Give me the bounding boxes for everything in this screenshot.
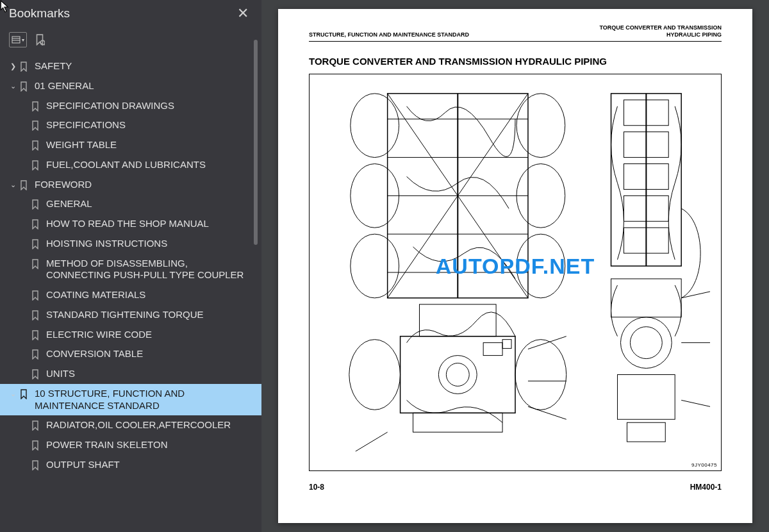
svg-rect-29 [502,339,511,348]
svg-line-20 [458,195,528,297]
bookmark-label: COATING MATERIALS [46,289,252,301]
bookmark-node[interactable]: ⌄FOREWORD [0,175,261,195]
bookmarks-title: Bookmarks [9,6,70,21]
document-page: TORQUE CONVERTER AND TRANSMISSION STRUCT… [278,9,752,523]
bookmark-label: FUEL,COOLANT AND LUBRICANTS [46,159,252,171]
svg-point-23 [515,339,566,410]
bookmark-node[interactable]: WEIGHT TABLE [0,135,261,155]
page-number: 10-8 [309,483,324,492]
bookmark-node[interactable]: HOISTING INSTRUCTIONS [0,234,261,254]
bookmark-node[interactable]: COATING MATERIALS [0,285,261,305]
bookmark-label: SAFETY [35,60,252,72]
bookmark-node[interactable]: STANDARD TIGHTENING TORQUE [0,305,261,325]
svg-point-22 [349,339,401,410]
bookmark-label: UNITS [46,368,252,380]
bookmark-node[interactable]: POWER TRAIN SKELETON [0,435,261,455]
bookmark-node[interactable]: SPECIFICATION DRAWINGS [0,96,261,116]
scrollbar-thumb[interactable] [254,40,258,245]
close-icon[interactable]: ✕ [233,4,252,23]
bookmark-node[interactable]: ⌄10 STRUCTURE, FUNCTION AND MAINTENANCE … [0,384,261,416]
caret-icon[interactable]: ⌄ [8,181,18,190]
page-header: TORQUE CONVERTER AND TRANSMISSION STRUCT… [309,24,722,42]
svg-point-6 [351,93,399,157]
header-left: STRUCTURE, FUNCTION AND MAINTENANCE STAN… [309,31,469,38]
svg-point-8 [351,234,399,298]
bookmark-label: HOISTING INSTRUCTIONS [46,238,252,250]
model-number: HM400-1 [690,483,722,492]
caret-icon[interactable]: ⌄ [8,82,18,91]
diagram-reference-code: 9JY00475 [691,462,717,468]
bookmark-node[interactable]: FUEL,COOLANT AND LUBRICANTS [0,155,261,175]
svg-rect-46 [627,422,665,442]
page-footer: 10-8 HM400-1 [309,483,722,492]
bookmarks-panel: Bookmarks ✕ ▾ ❯SAFETY⌄01 GENERALSPECIFIC… [0,0,261,532]
bookmark-label: ELECTRIC WIRE CODE [46,329,252,341]
header-right-line1: TORQUE CONVERTER AND TRANSMISSION [599,24,722,31]
svg-line-49 [681,400,710,406]
bookmark-label: METHOD OF DISASSEMBLING, CONNECTING PUSH… [46,258,252,282]
svg-point-11 [517,234,565,298]
bookmark-label: OUTPUT SHAFT [46,459,252,471]
bookmark-node[interactable]: SPECIFICATIONS [0,115,261,135]
bookmarks-tree: ❯SAFETY⌄01 GENERALSPECIFICATION DRAWINGS… [0,54,261,532]
document-viewport: TORQUE CONVERTER AND TRANSMISSION STRUCT… [261,0,769,532]
svg-line-31 [528,336,566,349]
bookmark-label: 10 STRUCTURE, FUNCTION AND MAINTENANCE S… [35,388,252,412]
svg-line-19 [388,195,458,297]
bookmark-label: SPECIFICATION DRAWINGS [46,100,252,112]
bookmark-label: WEIGHT TABLE [46,139,252,151]
bookmark-node[interactable]: HOW TO READ THE SHOP MANUAL [0,214,261,234]
bookmark-node[interactable]: ❯SAFETY [0,56,261,76]
find-bookmark-icon[interactable] [33,33,46,47]
svg-point-43 [620,317,672,368]
bookmark-label: 01 GENERAL [35,80,252,92]
svg-point-27 [446,363,469,386]
bookmark-label: POWER TRAIN SKELETON [46,439,252,451]
bookmark-node[interactable]: OUTPUT SHAFT [0,455,261,475]
bookmark-label: SPECIFICATIONS [46,119,252,131]
svg-rect-28 [483,342,502,355]
bookmark-label: STANDARD TIGHTENING TORQUE [46,309,252,321]
svg-rect-24 [401,336,515,413]
svg-line-17 [388,93,458,195]
svg-line-18 [458,93,528,195]
page-title: TORQUE CONVERTER AND TRANSMISSION HYDRAU… [309,56,722,67]
bookmark-node[interactable]: GENERAL [0,194,261,214]
bookmark-label: HOW TO READ THE SHOP MANUAL [46,218,252,230]
bookmarks-toolbar: ▾ [0,28,261,54]
bookmark-node[interactable]: ⌄01 GENERAL [0,76,261,96]
header-right-line2: HYDRAULIC PIPING [666,31,722,38]
bookmark-node[interactable]: UNITS [0,364,261,384]
svg-point-9 [517,93,565,157]
svg-point-26 [438,355,477,394]
bookmark-node[interactable]: METHOD OF DISASSEMBLING, CONNECTING PUSH… [0,254,261,286]
options-dropdown-button[interactable]: ▾ [9,32,27,47]
svg-rect-45 [617,374,675,419]
bookmark-node[interactable]: RADIATOR,OIL COOLER,AFTERCOOLER [0,415,261,435]
svg-point-44 [630,326,662,358]
svg-line-34 [356,432,388,451]
svg-rect-25 [419,304,496,336]
bookmark-label: RADIATOR,OIL COOLER,AFTERCOOLER [46,419,252,431]
caret-icon[interactable]: ⌄ [8,390,18,399]
bookmark-node[interactable]: CONVERSION TABLE [0,344,261,364]
svg-rect-0 [12,37,20,43]
bookmark-label: CONVERSION TABLE [46,348,252,360]
svg-line-4 [44,44,45,46]
caret-icon[interactable]: ❯ [8,62,18,71]
svg-rect-30 [413,413,503,432]
svg-rect-42 [611,279,682,317]
bookmark-label: GENERAL [46,198,252,210]
bookmark-label: FOREWORD [35,179,252,191]
bookmark-node[interactable]: ELECTRIC WIRE CODE [0,325,261,345]
technical-diagram: 9JY00475 [309,74,722,471]
